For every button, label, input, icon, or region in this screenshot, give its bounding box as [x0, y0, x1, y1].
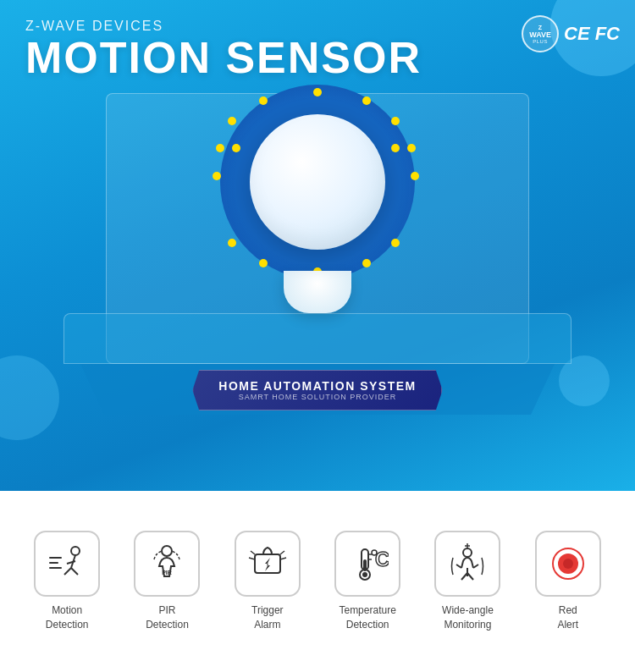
svg-point-23	[463, 548, 472, 557]
feature-pir: PIR PIRDetection	[124, 531, 209, 632]
hero-section: Z-WAVE DEVICES MOTION SENSOR Z WAVE PLUS…	[0, 0, 635, 491]
wide-angle-label: Wide-angleMonitoring	[442, 603, 494, 632]
sensor-container	[220, 85, 415, 313]
blob-decoration	[0, 355, 59, 440]
badges-area: Z WAVE PLUS CE FC	[522, 15, 620, 52]
alarm-icon	[246, 543, 289, 585]
wide-angle-icon	[446, 543, 489, 585]
svg-line-14	[280, 558, 286, 559]
sensor-ring	[220, 85, 415, 279]
alarm-label: TriggerAlarm	[251, 603, 284, 632]
motion-icon-box	[34, 531, 100, 597]
alert-icon	[547, 543, 589, 585]
svg-text:C: C	[375, 548, 389, 570]
temperature-label: TemperatureDetection	[339, 603, 395, 632]
svg-text:PIR: PIR	[163, 570, 173, 576]
fc-badge: FC	[595, 23, 620, 45]
alert-label: RedAlert	[557, 603, 578, 632]
ce-badge: CE	[564, 23, 590, 45]
svg-line-4	[67, 561, 75, 564]
feature-alarm: TriggerAlarm	[225, 531, 310, 632]
svg-point-0	[71, 547, 80, 555]
svg-line-11	[251, 551, 255, 554]
temperature-icon-box: C	[334, 531, 400, 597]
svg-line-13	[249, 558, 255, 559]
sensor-ball	[250, 114, 385, 250]
zwave-z: Z	[538, 25, 543, 30]
alert-icon-box	[535, 531, 601, 597]
zwave-badge: Z WAVE PLUS	[522, 15, 559, 52]
sensor-base	[284, 271, 351, 313]
automation-title: HOME AUTOMATION SYSTEM	[218, 379, 416, 393]
svg-line-28	[473, 565, 478, 568]
svg-line-25	[461, 573, 467, 580]
automation-banner: HOME AUTOMATION SYSTEM SAMRT HOME SOLUTI…	[192, 370, 442, 410]
svg-point-18	[362, 572, 367, 577]
svg-line-3	[71, 568, 78, 575]
feature-wide-angle: Wide-angleMonitoring	[425, 531, 510, 632]
svg-line-2	[64, 568, 71, 575]
svg-line-12	[280, 551, 284, 554]
pir-icon-box: PIR	[134, 531, 200, 597]
alarm-icon-box	[235, 531, 301, 597]
title-area: Z-WAVE DEVICES MOTION SENSOR	[25, 19, 422, 82]
features-section: MotionDetection PIR PIRDetection	[0, 491, 635, 672]
motion-icon	[46, 543, 88, 585]
automation-subtitle: SAMRT HOME SOLUTION PROVIDER	[218, 393, 416, 401]
wide-angle-icon-box	[434, 531, 500, 597]
feature-alert: RedAlert	[526, 531, 610, 632]
motion-label: MotionDetection	[46, 603, 89, 632]
svg-line-26	[467, 573, 473, 580]
pir-icon: PIR	[146, 543, 188, 585]
feature-temperature: C TemperatureDetection	[325, 531, 410, 632]
svg-point-8	[162, 546, 172, 556]
zwave-plus: PLUS	[533, 39, 548, 44]
temperature-icon: C	[346, 543, 389, 585]
hero-subtitle: Z-WAVE DEVICES	[25, 19, 422, 34]
stage-top	[64, 313, 572, 364]
pir-label: PIRDetection	[146, 603, 189, 632]
hero-title: MOTION SENSOR	[25, 34, 422, 82]
zwave-wave: WAVE	[529, 30, 551, 39]
feature-motion: MotionDetection	[25, 531, 109, 632]
svg-point-33	[563, 559, 573, 569]
svg-line-27	[456, 565, 461, 568]
